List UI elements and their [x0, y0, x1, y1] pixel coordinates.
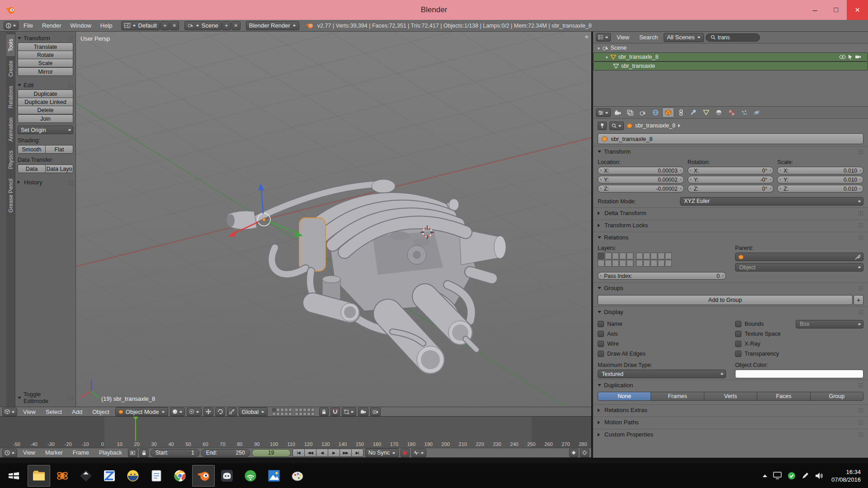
checkbox-bounds[interactable]: Bounds Box — [735, 319, 863, 329]
tab-world[interactable] — [650, 108, 661, 117]
parent-object-field[interactable] — [735, 253, 863, 261]
outliner-row-object[interactable]: sbr_transaxle_8 — [593, 52, 868, 61]
delete-scene-button[interactable] — [231, 21, 241, 30]
layer-toggle[interactable] — [658, 260, 665, 267]
app-network-tool[interactable] — [239, 465, 262, 487]
tray-antivirus-icon[interactable] — [788, 472, 796, 480]
layer-toggle[interactable] — [280, 412, 284, 416]
layer-toggle[interactable] — [288, 408, 292, 412]
translate-button[interactable]: Translate — [18, 42, 73, 51]
new-group-button[interactable] — [854, 295, 863, 305]
tab-render-layers[interactable] — [624, 108, 636, 117]
tab-object-data[interactable] — [700, 108, 712, 117]
outliner-item-label[interactable]: sbr_transaxle — [621, 63, 655, 69]
viewport-shading-dropdown[interactable] — [170, 408, 185, 416]
outliner-search-input[interactable]: trans — [706, 33, 760, 42]
layer-toggle[interactable] — [627, 260, 633, 267]
checkbox-texture-space[interactable]: Texture Space — [735, 329, 863, 339]
tab-texture[interactable] — [726, 108, 737, 117]
outliner-scope-dropdown[interactable]: All Scenes — [664, 33, 703, 42]
orientation-dropdown[interactable]: Global — [239, 407, 268, 416]
app-inkscape[interactable] — [75, 465, 97, 487]
screen-layout-selector[interactable]: Default — [121, 21, 160, 30]
play-button[interactable]: ▶ — [328, 449, 340, 457]
layer-toggle[interactable] — [303, 408, 307, 412]
join-button[interactable]: Join — [18, 114, 73, 123]
layer-toggle[interactable] — [605, 260, 612, 267]
layer-toggle[interactable] — [284, 408, 288, 412]
layer-toggle[interactable] — [636, 253, 643, 259]
start-frame-field[interactable]: Start: 1 — [151, 449, 199, 457]
duplicate-linked-button[interactable]: Duplicate Linked — [18, 98, 73, 106]
jump-to-end-button[interactable]: ▶| — [351, 449, 363, 457]
tab-modifiers[interactable] — [688, 108, 699, 117]
manipulator-rotate-button[interactable] — [215, 408, 225, 416]
menu-help[interactable]: Help — [96, 21, 117, 30]
app-pipboy[interactable] — [122, 465, 144, 487]
duplication-verts-button[interactable]: Verts — [704, 392, 757, 401]
location-z-field[interactable]: Z:-0.00002 — [598, 185, 684, 192]
play-reverse-button[interactable]: ◀ — [316, 449, 328, 457]
layer-toggle[interactable] — [612, 253, 619, 259]
delete-button[interactable]: Delete — [18, 106, 73, 114]
tab-animation[interactable]: Animation — [6, 113, 15, 146]
rotation-mode-dropdown[interactable]: XYZ Euler — [680, 197, 863, 206]
scale-button[interactable]: Scale — [18, 59, 73, 67]
outliner-row-mesh-data[interactable]: sbr_transaxle — [593, 61, 868, 70]
region-corner-widget[interactable] — [585, 33, 589, 40]
panel-header-relations-extras[interactable]: Relations Extras — [593, 404, 868, 415]
add-to-group-button[interactable]: Add to Group — [598, 295, 853, 305]
pass-index-field[interactable]: Pass Index: 0 — [598, 272, 726, 280]
viewport-canvas[interactable] — [76, 32, 591, 407]
duplication-group-button[interactable]: Group — [810, 392, 863, 401]
panel-header-relations[interactable]: Relations — [593, 232, 868, 243]
timeline-ruler[interactable]: -50-40-30-20-100102030405060708090100110… — [0, 441, 591, 448]
viewport-menu-add[interactable]: Add — [68, 408, 86, 416]
outliner-item-label[interactable]: sbr_transaxle_8 — [618, 54, 659, 60]
checkbox-xray[interactable]: X-Ray — [735, 339, 863, 349]
tab-grease-pencil[interactable]: Grease Pencil — [6, 174, 15, 217]
layer-toggle[interactable] — [307, 408, 311, 412]
scale-y-field[interactable]: Y:0.010 — [777, 176, 863, 183]
layer-toggle[interactable] — [612, 260, 619, 267]
tab-material[interactable] — [713, 108, 725, 117]
tab-relations[interactable]: Relations — [6, 81, 15, 113]
menu-window[interactable]: Window — [66, 21, 95, 30]
tab-particles[interactable] — [738, 108, 750, 117]
outliner-row-scene[interactable]: Scene — [593, 43, 868, 52]
layer-toggle[interactable] — [619, 253, 626, 259]
app-discord[interactable] — [216, 465, 238, 487]
timeline-menu-marker[interactable]: Marker — [41, 449, 67, 457]
layer-toggle[interactable] — [299, 408, 302, 412]
app-notepad[interactable] — [145, 465, 168, 487]
duplicate-button[interactable]: Duplicate — [18, 89, 73, 98]
outliner-menu-view[interactable]: View — [613, 33, 633, 42]
viewport-menu-select[interactable]: Select — [42, 408, 66, 416]
viewport-menu-view[interactable]: View — [19, 408, 40, 416]
outliner-item-label[interactable]: Scene — [611, 45, 627, 51]
context-browse-button[interactable] — [609, 122, 624, 130]
viewport-menu-object[interactable]: Object — [88, 408, 113, 416]
rotation-z-field[interactable]: Z:0° — [688, 185, 774, 192]
pin-button[interactable] — [598, 122, 607, 130]
tab-render[interactable] — [612, 108, 623, 117]
checkbox-draw-all-edges[interactable]: Draw All Edges — [598, 349, 726, 359]
rotate-button[interactable]: Rotate — [18, 51, 73, 59]
duplication-none-button[interactable]: None — [598, 392, 651, 401]
render-engine-dropdown[interactable]: Blender Render — [246, 21, 299, 30]
minimize-button[interactable] — [804, 0, 826, 20]
app-blender[interactable] — [192, 465, 215, 487]
next-keyframe-button[interactable]: ▶▶ — [340, 449, 352, 457]
preview-range-button[interactable] — [128, 449, 137, 457]
layer-toggle[interactable] — [272, 408, 276, 412]
cursor-select-icon[interactable] — [848, 54, 853, 60]
camera-restrict-icon[interactable] — [855, 54, 861, 59]
editor-type-button[interactable] — [596, 108, 611, 117]
previous-keyframe-button[interactable]: ◀◀ — [304, 449, 316, 457]
layer-toggle[interactable] — [643, 260, 650, 267]
layer-toggle[interactable] — [288, 412, 292, 416]
layer-toggle[interactable] — [605, 253, 612, 259]
clock[interactable]: 16:34 07/08/2016 — [831, 468, 861, 483]
jump-to-start-button[interactable]: |◀ — [292, 449, 305, 457]
editor-type-button[interactable] — [4, 21, 19, 30]
